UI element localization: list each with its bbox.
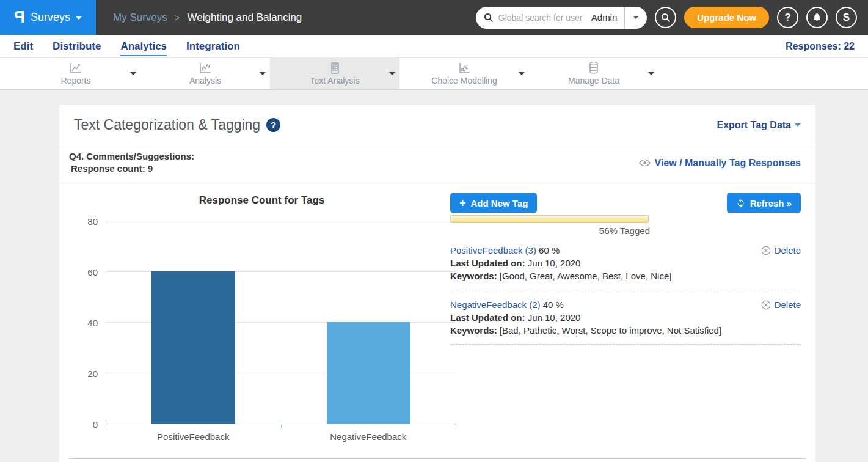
nav-item-integration[interactable]: Integration: [186, 37, 240, 56]
nav-item-distribute[interactable]: Distribute: [53, 37, 101, 56]
breadcrumb-current: Weighting and Balancing: [188, 12, 302, 24]
panel-content: Response Count for Tags 020406080 Positi…: [59, 182, 815, 442]
header-search-button[interactable]: [655, 7, 676, 28]
product-menu[interactable]: P Surveys: [0, 0, 96, 35]
view-manually-tag-label: View / Manually Tag Responses: [655, 158, 801, 169]
search-icon: [661, 13, 671, 23]
chevron-down-icon: [76, 16, 82, 23]
bar-positivefeedback[interactable]: [151, 271, 235, 424]
tag-name-link[interactable]: NegativeFeedback (2): [450, 299, 541, 310]
chevron-down-icon[interactable]: [389, 72, 395, 78]
chevron-down-icon: [795, 123, 801, 130]
delete-tag-button[interactable]: Delete: [761, 244, 801, 257]
divider: [69, 458, 806, 459]
tag-row-negativefeedback: NegativeFeedback (2) 40 % Last Updated o…: [450, 298, 801, 337]
nav-item-edit[interactable]: Edit: [13, 37, 33, 56]
x-axis-category-label: PositiveFeedback: [106, 431, 281, 442]
chevron-down-icon[interactable]: [648, 72, 654, 78]
top-bar: P Surveys My Surveys > Weighting and Bal…: [0, 0, 868, 35]
export-tag-data-label: Export Tag Data: [717, 120, 792, 131]
nav-item-analytics[interactable]: Analytics: [120, 37, 167, 56]
x-axis-category-label: NegativeFeedback: [281, 431, 456, 442]
text-analysis-icon: [328, 62, 341, 75]
refresh-button[interactable]: Refresh »: [727, 193, 801, 213]
search-scope-dropdown[interactable]: [625, 13, 647, 22]
tab-choice-modelling[interactable]: Choice Modelling: [399, 58, 529, 89]
keywords-value: [Bad, Pathetic, Worst, Scope to improve,…: [500, 325, 721, 336]
analysis-chart-icon: [198, 62, 213, 75]
y-axis-tick-label: 20: [87, 369, 106, 379]
circle-x-icon: [761, 300, 771, 310]
search-input[interactable]: [498, 13, 589, 23]
add-new-tag-button[interactable]: + Add New Tag: [450, 193, 537, 213]
chart-section: Response Count for Tags 020406080 Positi…: [73, 188, 450, 442]
tagged-progress-bar: [450, 215, 649, 223]
breadcrumb: My Surveys > Weighting and Balancing: [113, 12, 302, 24]
breadcrumb-parent[interactable]: My Surveys: [113, 12, 167, 24]
y-axis-tick-label: 0: [93, 419, 106, 430]
y-axis-tick-label: 80: [87, 216, 106, 227]
database-icon: [586, 61, 601, 75]
notifications-button[interactable]: [806, 7, 828, 28]
tab-analysis[interactable]: Analysis: [140, 58, 270, 89]
refresh-icon: [736, 199, 745, 208]
keywords-value: [Good, Great, Awesome, Best, Love, Nice]: [500, 271, 672, 281]
tab-label: Choice Modelling: [431, 76, 497, 86]
question-summary: Q4. Comments/Suggestions: Response count…: [59, 144, 815, 182]
tag-percent: 60 %: [539, 245, 560, 255]
tag-actions: + Add New Tag Refresh »: [450, 193, 801, 213]
help-button[interactable]: ?: [777, 7, 798, 28]
analytics-subnav: Reports Analysis Text Analysis C: [0, 58, 868, 90]
bar-negativefeedback[interactable]: [327, 322, 410, 424]
chevron-down-icon[interactable]: [519, 72, 525, 78]
chart-title: Response Count for Tags: [73, 194, 450, 207]
delete-label: Delete: [775, 298, 801, 311]
last-updated-label: Last Updated on:: [450, 258, 525, 268]
tab-text-analysis[interactable]: Text Analysis: [270, 58, 399, 89]
responses-count[interactable]: Responses: 22: [786, 41, 855, 52]
gridline: [106, 221, 456, 221]
chevron-down-icon: [633, 16, 639, 22]
bar-chart-plot: 020406080: [106, 221, 456, 424]
page-title: Text Categorization & Tagging: [74, 117, 260, 133]
tag-section: + Add New Tag Refresh » 56% Tagged: [450, 188, 801, 442]
tab-label: Analysis: [189, 76, 221, 86]
view-manually-tag-link[interactable]: View / Manually Tag Responses: [639, 158, 801, 169]
chevron-down-icon[interactable]: [130, 72, 136, 78]
bell-icon: [812, 12, 822, 23]
search-scope-label[interactable]: Admin: [589, 12, 625, 23]
x-axis-tick: [281, 424, 282, 428]
help-icon[interactable]: ?: [266, 118, 280, 132]
delete-label: Delete: [775, 244, 801, 257]
tab-label: Reports: [60, 76, 90, 86]
upgrade-now-button[interactable]: Upgrade Now: [684, 7, 769, 28]
eye-icon: [639, 159, 651, 167]
plus-icon: +: [459, 197, 466, 208]
tagged-progress-fill: [451, 216, 648, 222]
delete-tag-button[interactable]: Delete: [761, 298, 801, 311]
tag-row-positivefeedback: PositiveFeedback (3) 60 % Last Updated o…: [450, 244, 801, 282]
tag-name-link[interactable]: PositiveFeedback (3): [450, 245, 536, 255]
breadcrumb-separator: >: [175, 12, 180, 23]
chevron-down-icon[interactable]: [260, 72, 266, 78]
last-updated-value: Jun 10, 2020: [528, 312, 581, 323]
last-updated-label: Last Updated on:: [450, 312, 525, 323]
x-axis-tick: [456, 424, 456, 428]
y-axis-tick-label: 60: [87, 267, 106, 277]
tab-manage-data[interactable]: Manage Data: [529, 58, 658, 89]
add-new-tag-label: Add New Tag: [471, 198, 528, 208]
keywords-label: Keywords:: [450, 271, 497, 281]
tab-label: Manage Data: [568, 76, 619, 86]
product-menu-label: Surveys: [31, 11, 70, 24]
tagged-percent-label: 56% Tagged: [450, 226, 650, 236]
circle-x-icon: [761, 246, 771, 255]
tab-reports[interactable]: Reports: [11, 58, 140, 89]
divider: [450, 344, 801, 345]
category-row: PositiveFeedbackNegativeFeedback: [106, 431, 456, 442]
last-updated-value: Jun 10, 2020: [528, 258, 581, 268]
user-avatar[interactable]: S: [836, 7, 857, 28]
search-icon: [484, 13, 494, 23]
global-search: Admin: [476, 7, 647, 29]
keywords-label: Keywords:: [450, 325, 497, 336]
export-tag-data-dropdown[interactable]: Export Tag Data: [717, 120, 801, 131]
